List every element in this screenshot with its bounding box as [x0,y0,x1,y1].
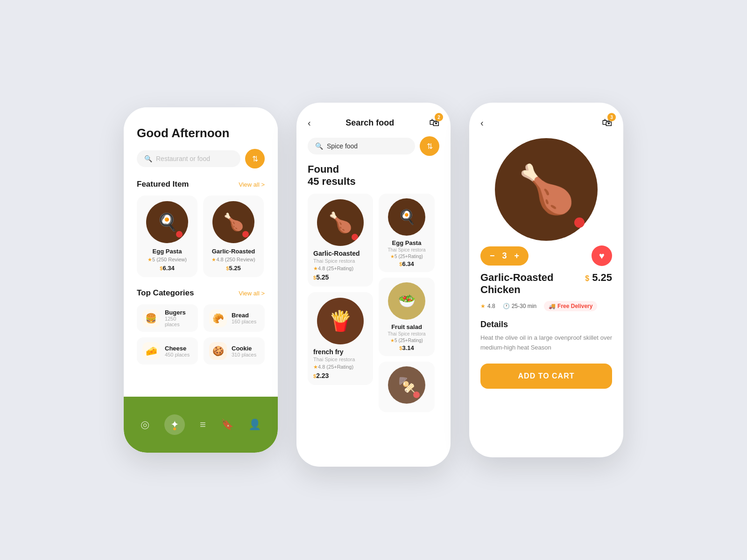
nav-profile[interactable]: 👤 [248,419,261,431]
garlic-result-rest: Thai Spice restora [313,258,360,264]
egg-pasta-price: $6.34 [142,265,192,272]
garlic-result-emoji: 🍗 [328,211,352,234]
filter-icon: ⇅ [252,154,258,163]
rating-value: 4.8 [487,303,495,309]
favorite-button[interactable]: ♥ [592,245,612,266]
fry-result-info: french fry Thai Spice restora ★4.8 (25+R… [313,348,355,379]
egg-pasta-name: Egg Pasta [142,248,192,255]
phone-detail: ‹ 🛍 3 🍗 − 3 + [469,103,623,457]
detail-meta: ★ 4.8 🕐 25-30 min 🚚 Free Delivery [469,301,623,311]
egg-pasta-emoji: 🍳 [157,212,178,232]
featured-item-egg-pasta[interactable]: 🍳 Egg Pasta ★5 (250 Review) $6.34 [137,196,197,277]
details-section-title: Details [469,320,623,329]
search-filter-btn[interactable]: ⇅ [420,136,439,156]
fruit-salad-right-rest: Thai Spice restora [383,331,430,336]
bread-name: Bread [232,312,256,319]
spice-search-input[interactable]: 🔍 Spice food [308,138,415,154]
featured-view-all[interactable]: View all > [239,181,265,188]
search-input[interactable]: 🔍 Restaurant or food [137,150,240,167]
add-to-cart-button[interactable]: ADD TO CART [480,364,612,389]
categories-grid: 🍔 Bugers 1250 places 🥐 Bread [137,304,265,364]
kebab-right-emoji: 🍢 [398,377,416,393]
garlic-result-name: Garlic-Roasted [313,250,360,257]
result-french-fry[interactable]: 🍟 french fry Thai Spice restora ★4.8 (25… [308,292,373,385]
sauce-dot-big [574,217,585,228]
egg-pasta-right-name: Egg Pasta [383,239,430,246]
garlic-chicken-name: Garlic-Roasted [209,248,258,255]
greeting-text: Good Afternoon [137,126,265,140]
cookie-icon-wrap: 🍪 [209,342,227,360]
burgers-name: Bugers [165,309,192,316]
search-bar: 🔍 Restaurant or food ⇅ [137,149,265,168]
featured-item-garlic-chicken[interactable]: 🍗 Garlic-Roasted ★4.8 (250 Review) $5.25 [203,196,264,277]
cart-button[interactable]: 🛍 2 [429,117,439,129]
sauce-dot [176,231,183,238]
categories-view-all[interactable]: View all > [239,290,265,297]
delivery-label: Free Delivery [557,303,592,309]
detail-cart-badge: 3 [607,113,616,121]
category-cheese[interactable]: 🧀 Cheese 450 places [137,337,198,364]
detail-plate-area: 🍗 [469,129,623,245]
nav-bookmark[interactable]: 🔖 [221,419,233,431]
garlic-chicken-price: $5.25 [209,265,258,272]
found-results-label: Found 45 results [296,163,451,194]
cookie-icon: 🍪 [212,345,224,357]
time-value: 25-30 min [512,303,536,309]
clock-icon: 🕐 [503,303,510,309]
detail-name-price: Garlic-Roasted Chicken $ 5.25 [469,272,623,296]
bread-places: 160 places [232,319,256,324]
egg-pasta-right-price: $6.34 [383,260,430,267]
detail-back-button[interactable]: ‹ [480,118,484,128]
nav-menu[interactable]: ≡ [200,419,206,431]
found-text: Found 45 results [308,163,439,188]
bread-icon: 🥐 [212,313,224,324]
filter-icon-2: ⇅ [427,142,433,151]
qty-plus-btn[interactable]: + [514,251,520,261]
sauce-dot-3 [352,234,358,240]
details-text: Heat the olive oil in a large ovenproof … [469,333,623,353]
quantity-control[interactable]: − 3 + [480,246,529,266]
featured-header: Featured Item View all > [137,180,265,189]
search-value-text: Spice food [327,142,358,150]
right-result-egg-pasta[interactable]: 🍳 Egg Pasta Thai Spice restora ★5 (25+Ra… [379,194,435,272]
category-cookie[interactable]: 🍪 Cookie 310 places [204,337,265,364]
garlic-result-rating: ★4.8 (25+Rating) [313,266,360,272]
menu-icon: ≡ [200,419,206,431]
detail-cart-button[interactable]: 🛍 3 [602,117,612,129]
qty-minus-btn[interactable]: − [490,251,495,261]
featured-title: Featured Item [137,180,189,189]
bookmark-icon: 🔖 [221,419,233,431]
nav-compass[interactable]: ✦ [164,414,185,435]
cheese-name: Cheese [165,345,190,352]
right-result-fruit-salad[interactable]: 🥗 Fruit salad Thai Spice restora ★5 (25+… [379,278,435,356]
category-bread[interactable]: 🥐 Bread 160 places [204,304,265,332]
search-icon: 🔍 [144,155,152,162]
cheese-icon-wrap: 🧀 [142,342,160,360]
fry-result-rest: Thai Spice restora [313,357,355,362]
search-page-header: ‹ Search food 🛍 2 [296,103,451,136]
fruit-salad-right-emoji: 🥗 [398,293,416,309]
cookie-places: 310 places [232,352,256,357]
quantity-actions: − 3 + ♥ [469,245,623,266]
garlic-chicken-rating: ★4.8 (250 Review) [209,257,258,263]
fry-result-price: $2.23 [313,372,355,379]
nav-location[interactable]: ◎ [141,419,149,431]
filter-button[interactable]: ⇅ [245,149,265,168]
time-badge: 🕐 25-30 min [503,303,536,309]
garlic-chicken-plate: 🍗 [212,201,254,243]
price-value: 5.25 [592,272,612,283]
cookie-name: Cookie [232,345,256,352]
detail-food-name: Garlic-Roasted Chicken [480,272,559,296]
cart-badge: 2 [435,113,443,121]
garlic-result-img: 🍗 [317,199,364,246]
delivery-badge: 🚚 Free Delivery [544,301,597,311]
right-result-kebab[interactable]: 🍢 [379,362,435,412]
result-garlic-roasted[interactable]: 🍗 Garlic-Roasted Thai Spice restora ★4.8… [308,194,373,287]
back-button[interactable]: ‹ [308,118,311,128]
search-placeholder-text: Restaurant or food [156,155,210,162]
phone-home: Good Afternoon 🔍 Restaurant or food ⇅ Fe… [124,107,278,453]
fruit-salad-right-name: Fruit salad [383,323,430,330]
category-burgers[interactable]: 🍔 Bugers 1250 places [137,304,198,332]
detail-food-emoji: 🍗 [517,162,576,217]
search-field-row: 🔍 Spice food ⇅ [296,136,451,163]
